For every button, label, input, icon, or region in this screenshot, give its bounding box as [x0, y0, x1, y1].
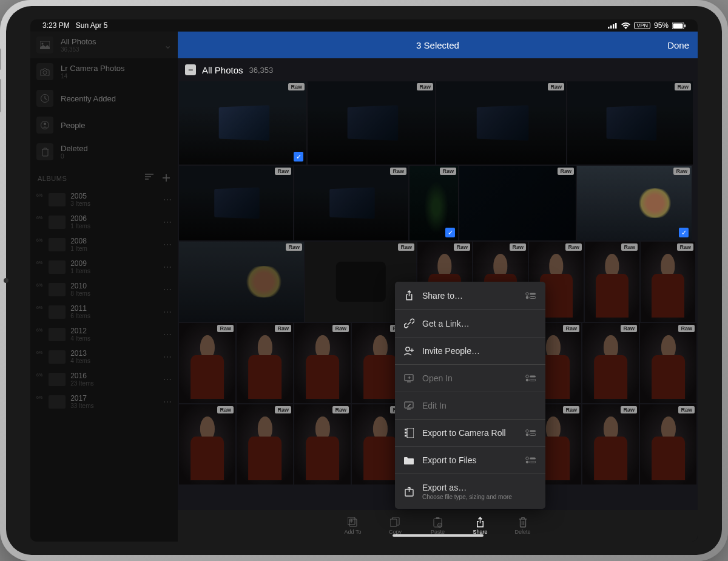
- more-icon[interactable]: ⋯: [163, 307, 172, 317]
- photo-thumbnail[interactable]: Raw: [294, 323, 351, 403]
- sidebar-icon: [36, 143, 53, 160]
- settings-toggle-icon[interactable]: [525, 291, 537, 300]
- menu-folder[interactable]: Export to Files: [395, 447, 545, 474]
- photo-thumbnail[interactable]: Raw: [179, 242, 304, 322]
- delete-icon: [519, 517, 527, 528]
- svg-text:⊘: ⊘: [439, 523, 441, 527]
- albums-header: ALBUMS: [30, 165, 178, 188]
- raw-badge: Raw: [417, 83, 433, 90]
- photo-thumbnail[interactable]: Raw: [585, 242, 639, 322]
- menu-person-add[interactable]: Invite People…: [395, 338, 545, 365]
- photo-thumbnail[interactable]: Raw: [582, 323, 639, 403]
- svg-point-12: [44, 123, 46, 125]
- sidebar-item-title: All Photos: [61, 37, 157, 46]
- raw-badge: Raw: [675, 83, 691, 90]
- album-item-2016[interactable]: 6% 201623 Items ⋯: [30, 368, 178, 390]
- home-indicator[interactable]: [393, 534, 484, 537]
- more-icon[interactable]: ⋯: [163, 397, 172, 407]
- more-icon[interactable]: ⋯: [163, 352, 172, 362]
- toolbar-share-button[interactable]: Share: [459, 517, 502, 535]
- more-icon[interactable]: ⋯: [163, 330, 172, 339]
- done-button[interactable]: Done: [667, 40, 689, 50]
- photo-thumbnail[interactable]: Raw: [436, 81, 566, 165]
- sort-icon[interactable]: [145, 174, 153, 183]
- selected-check-icon: ✓: [445, 228, 455, 237]
- add-album-icon[interactable]: [162, 174, 170, 183]
- menu-label: Invite People…: [422, 346, 537, 356]
- more-icon[interactable]: ⋯: [163, 262, 172, 272]
- photo-thumbnail[interactable]: Raw: [294, 166, 408, 240]
- album-item-2017[interactable]: 6% 201733 Items ⋯: [30, 390, 178, 413]
- album-title: 2010: [70, 282, 158, 290]
- photo-thumbnail[interactable]: Raw: [179, 323, 235, 403]
- raw-badge: Raw: [440, 168, 456, 175]
- svg-rect-38: [530, 430, 536, 432]
- photo-thumbnail[interactable]: Raw: [582, 404, 639, 484]
- album-item-2012[interactable]: 6% 20124 Items ⋯: [30, 323, 178, 345]
- photo-thumbnail[interactable]: Raw: [640, 404, 696, 484]
- sidebar-item-all-photos[interactable]: All Photos36,353 ⌄: [30, 32, 178, 58]
- photo-thumbnail[interactable]: Raw ✓: [179, 81, 306, 165]
- sidebar-item-sub: 14: [61, 73, 172, 80]
- svg-point-22: [405, 347, 409, 351]
- sidebar-item-deleted[interactable]: Deleted0: [30, 138, 178, 165]
- photo-thumbnail[interactable]: Raw: [179, 166, 293, 240]
- svg-rect-6: [684, 24, 686, 27]
- photo-thumbnail[interactable]: Raw: [237, 404, 293, 484]
- svg-rect-50: [390, 519, 397, 526]
- settings-toggle-icon[interactable]: [525, 374, 537, 382]
- album-item-2005[interactable]: 6% 20053 Items ⋯: [30, 188, 178, 211]
- menu-export[interactable]: Export as…Choose file type, sizing and m…: [395, 474, 545, 509]
- sidebar-item-recently-added[interactable]: Recently Added: [30, 85, 178, 112]
- album-title: 2017: [70, 394, 158, 403]
- album-item-2006[interactable]: 6% 20061 Items ⋯: [30, 211, 178, 233]
- menu-link[interactable]: Get a Link…: [395, 310, 545, 338]
- photo-thumbnail[interactable]: Raw: [237, 323, 293, 403]
- more-icon[interactable]: ⋯: [163, 240, 172, 250]
- raw-badge: Raw: [275, 168, 291, 175]
- toolbar-delete-button[interactable]: Delete: [502, 517, 544, 535]
- album-sub: 23 Items: [70, 380, 158, 387]
- raw-badge: Raw: [217, 406, 234, 413]
- sidebar-item-lr-camera-photos[interactable]: Lr Camera Photos14: [30, 58, 178, 85]
- album-item-2010[interactable]: 6% 20108 Items ⋯: [30, 278, 178, 301]
- album-sub: 1 Item: [70, 245, 158, 252]
- photo-thumbnail[interactable]: Raw: [179, 404, 235, 484]
- album-item-2013[interactable]: 6% 20134 Items ⋯: [30, 345, 178, 368]
- svg-rect-21: [530, 296, 536, 298]
- more-icon[interactable]: ⋯: [163, 375, 172, 384]
- photo-thumbnail[interactable]: Raw ✓: [410, 166, 458, 240]
- settings-toggle-icon[interactable]: [525, 429, 537, 437]
- album-item-2009[interactable]: 6% 20091 Items ⋯: [30, 256, 178, 278]
- more-icon[interactable]: ⋯: [163, 195, 172, 205]
- sidebar-icon: [36, 117, 53, 134]
- menu-share-up[interactable]: Share to…: [395, 282, 545, 310]
- photo-thumbnail[interactable]: Raw: [308, 81, 435, 165]
- album-item-2011[interactable]: 6% 20116 Items ⋯: [30, 301, 178, 323]
- more-icon[interactable]: ⋯: [163, 217, 172, 227]
- settings-toggle-icon[interactable]: [525, 456, 537, 464]
- sidebar: All Photos36,353 ⌄ Lr Camera Photos14 Re…: [30, 32, 178, 542]
- toolbar-copy-button[interactable]: Copy: [374, 517, 417, 535]
- collection-count: 36,353: [249, 66, 274, 75]
- photo-thumbnail[interactable]: Raw: [294, 404, 351, 484]
- photo-thumbnail[interactable]: Raw: [567, 81, 693, 165]
- open-in-icon: [403, 374, 414, 382]
- album-thumb: [49, 328, 66, 341]
- deselect-icon[interactable]: −: [185, 64, 196, 75]
- menu-camera-roll[interactable]: Export to Camera Roll: [395, 420, 545, 447]
- photo-thumbnail[interactable]: Raw ✓: [577, 166, 692, 240]
- photo-thumbnail[interactable]: Raw: [640, 323, 696, 403]
- svg-rect-35: [405, 432, 406, 433]
- sidebar-item-people[interactable]: People: [30, 112, 178, 138]
- raw-badge: Raw: [621, 406, 637, 413]
- sidebar-item-title: Recently Added: [61, 94, 172, 103]
- toolbar-paste-button[interactable]: ⊘ Paste: [417, 517, 459, 535]
- photo-thumbnail[interactable]: Raw: [641, 242, 695, 322]
- photo-thumbnail[interactable]: Raw: [459, 166, 576, 240]
- toolbar-add-to-button[interactable]: Add To: [332, 517, 374, 535]
- more-icon[interactable]: ⋯: [163, 285, 172, 294]
- album-item-2008[interactable]: 6% 20081 Item ⋯: [30, 233, 178, 256]
- album-title: 2011: [70, 304, 158, 313]
- svg-rect-28: [530, 376, 536, 378]
